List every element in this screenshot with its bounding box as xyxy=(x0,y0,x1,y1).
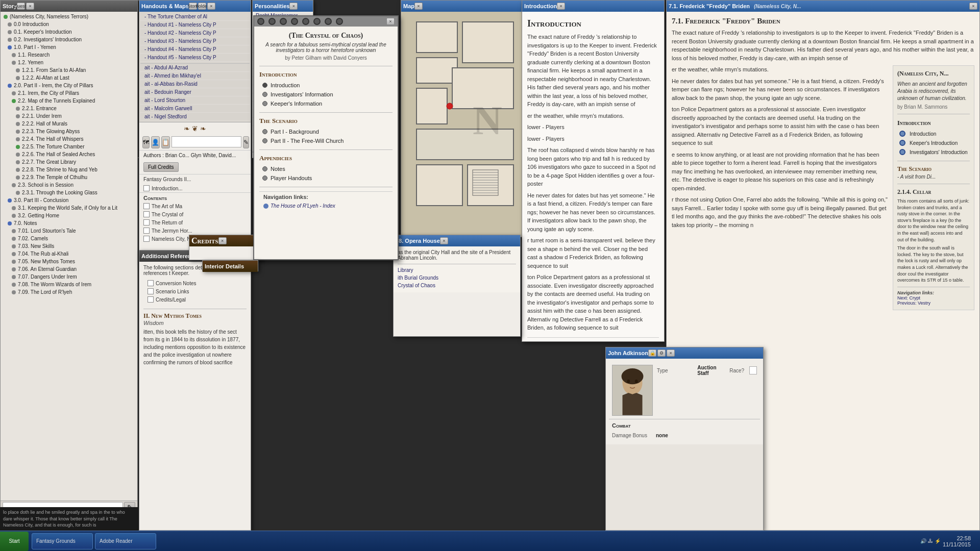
story-item[interactable]: 7.01. Lord Stourton's Tale xyxy=(1,227,137,235)
handout-search-input[interactable] xyxy=(172,136,241,147)
nav-next-right[interactable]: Next: Crypt xyxy=(897,295,970,300)
story-item[interactable]: 7.05. New Mythos Tomes xyxy=(1,258,137,265)
location-burial[interactable]: ith Burial Grounds xyxy=(398,274,516,282)
start-button[interactable]: Start xyxy=(0,532,29,551)
investors-nav-item[interactable]: Investigators' Information xyxy=(259,90,393,99)
credits-close[interactable]: × xyxy=(218,237,227,244)
intro-checkbox[interactable] xyxy=(143,185,150,191)
story-item[interactable]: 3.1. Keeping the World Safe, if Only for… xyxy=(1,204,137,212)
handouts-nav-item[interactable]: Player Handouts xyxy=(259,173,393,183)
credits-btn[interactable]: Full Credits xyxy=(143,162,179,172)
story-item[interactable]: 1.2.1. From San'a to Al-Afan xyxy=(1,66,137,74)
npc-item[interactable]: ait - Malcolm Garwell xyxy=(140,105,250,113)
npc-item[interactable]: ait - Ahmed ibn Mikhay'el xyxy=(140,72,250,80)
story-item[interactable]: 2.2.1. Entrance xyxy=(1,105,137,112)
ref-checkbox[interactable] xyxy=(148,280,154,286)
investigators-intro-link[interactable]: Investigators' Introduction xyxy=(897,147,970,157)
story-item[interactable]: 2.2.9. The Temple of Cthulhu xyxy=(1,173,137,181)
main-content-titlebar[interactable]: Introduction × xyxy=(522,1,664,12)
npc-item[interactable]: ait - Lord Stourton xyxy=(140,96,250,105)
icon-note[interactable]: 📋 xyxy=(161,136,170,148)
story-item[interactable]: 2.2.4. The Hall of Whispers xyxy=(1,135,137,143)
npc-item[interactable]: ait - Abdul Al-Azrad xyxy=(140,64,250,72)
npc-item[interactable]: ait - Bedouin Ranger xyxy=(140,88,250,96)
story-item[interactable]: 2.2.3. The Glowing Abyss xyxy=(1,128,137,135)
npc-item[interactable]: ait - Nigel Stedford xyxy=(140,113,250,121)
story-item[interactable]: 2.1. Irem, the City of Pillars xyxy=(1,89,137,97)
story-item[interactable]: 7.03. New Skills xyxy=(1,242,137,250)
right-main-titlebar[interactable]: 7.1. Frederick "Freddy" Briden (Nameless… xyxy=(667,1,979,12)
story-item[interactable]: 7.06. An Eternal Guardian xyxy=(1,265,137,273)
location-crystal[interactable]: Crystal of Chaos xyxy=(398,282,516,289)
handouts-close[interactable]: × xyxy=(207,3,215,10)
story-item[interactable]: 7.02. Camels xyxy=(1,235,137,242)
story-item[interactable]: 1.2.2. Al-Afan at Last xyxy=(1,74,137,82)
ref-checkbox3[interactable] xyxy=(148,296,154,303)
intro-nav-link[interactable]: Introduction xyxy=(897,129,970,138)
icon-edit[interactable]: ✎ xyxy=(243,136,249,148)
story-item[interactable]: 3.0. Part III - Conclusion xyxy=(1,196,137,204)
char-sheet-titlebar[interactable]: John Adkinson 🔒 ⚙ × xyxy=(606,347,763,359)
story-item[interactable]: 7.07. Dangers Under Irem xyxy=(1,273,137,281)
handout-item[interactable]: - Handout #2 - Nameless City P xyxy=(140,29,250,37)
handout-item[interactable]: - Handout #4 - Nameless City P xyxy=(140,45,250,54)
story-item[interactable]: 1.0. Part I - Yemen xyxy=(1,43,137,51)
story-item[interactable]: 2.2.6. The Hall of Sealed Arches xyxy=(1,151,137,158)
contents-checkbox4[interactable] xyxy=(143,228,150,234)
notes-nav-item[interactable]: Notes xyxy=(259,164,393,173)
contents-checkbox3[interactable] xyxy=(143,219,150,226)
taskbar-fgii-btn[interactable]: Fantasy Grounds xyxy=(32,533,93,549)
story-item[interactable]: (Nameless City, Nameless Terrors) xyxy=(1,13,137,20)
main-content-close[interactable]: × xyxy=(557,3,565,10)
story-item[interactable]: 2.2.5. The Torture Chamber xyxy=(1,143,137,151)
intro-nav-item[interactable]: Introduction xyxy=(259,81,393,90)
story-item[interactable]: 2.2.7. The Great Library xyxy=(1,158,137,166)
char-lock-btn[interactable]: 🔒 xyxy=(648,349,656,357)
interior-details-titlebar[interactable]: Interior Details xyxy=(203,261,258,272)
story-item[interactable]: 3.2. Getting Home xyxy=(1,212,137,219)
story-close-btn[interactable]: × xyxy=(26,3,34,10)
nav-link[interactable]: The House of R'Lyeh - Index xyxy=(263,202,388,211)
taskbar-pdf-btn[interactable]: Adobe Reader xyxy=(95,533,156,549)
story-item[interactable]: 0.2. Investigators' Introduction xyxy=(1,36,137,43)
story-item[interactable]: 7.0. Notes xyxy=(1,219,137,227)
keeper-nav-item[interactable]: Keeper's Information xyxy=(259,99,393,108)
handout-item[interactable]: - Handout #5 - Nameless City P xyxy=(140,54,250,62)
part2-nav-item[interactable]: Part II - The Free-Will Church xyxy=(259,136,393,145)
icon-person[interactable]: 👤 xyxy=(151,136,160,148)
char-close-btn[interactable]: × xyxy=(667,349,675,357)
contents-checkbox5[interactable] xyxy=(143,236,150,242)
story-item[interactable]: 2.3. School is in Session xyxy=(1,181,137,189)
ref-checkbox2[interactable] xyxy=(148,288,154,294)
folder-btn[interactable]: Folder xyxy=(198,3,206,10)
handout-item[interactable]: - Handout #1 - Nameless City P xyxy=(140,21,250,29)
credits-titlebar[interactable]: Credits × xyxy=(189,235,262,246)
story-titlebar[interactable]: Story Quests × xyxy=(1,1,137,12)
story-item[interactable]: 0.0 Introduction xyxy=(1,20,137,28)
keeper-intro-link[interactable]: Keeper's Introduction xyxy=(897,138,970,147)
handout-item[interactable]: - The Torture Chamber of Al xyxy=(140,13,250,21)
story-item[interactable]: 7.04. The Rub al-Khali xyxy=(1,250,137,258)
handout-item[interactable]: - Handout #3 - Nameless City P xyxy=(140,37,250,45)
part1-nav-item[interactable]: Part I - Background xyxy=(259,127,393,136)
story-item[interactable]: 7.09. The Lord of R'lyeh xyxy=(1,288,137,296)
npc-item[interactable]: ait - al-Abbas ibn-Rasid xyxy=(140,80,250,88)
map-titlebar[interactable]: Map × xyxy=(401,1,525,12)
story-item[interactable]: 2.0. Part II - Irem, the City of Pillars xyxy=(1,82,137,89)
personalities-titlebar[interactable]: Personalities × xyxy=(253,1,313,12)
opera-titlebar[interactable]: 08. Opera House × xyxy=(394,235,520,246)
story-item[interactable]: 1.1. Research xyxy=(1,51,137,59)
story-item[interactable]: 2.2.8. The Shrine to Nug and Yeb xyxy=(1,166,137,173)
char-gear-btn[interactable]: ⚙ xyxy=(657,349,666,357)
story-item[interactable]: 2.2.2. Hall of Murals xyxy=(1,120,137,128)
race-checkbox[interactable] xyxy=(749,366,757,374)
handouts-titlebar[interactable]: Handouts & Maps Store Folder × xyxy=(139,1,251,12)
story-quests-btn[interactable]: Quests xyxy=(17,3,25,10)
story-item[interactable]: 2.2. Map of the Tunnels Explained xyxy=(1,97,137,105)
story-item[interactable]: 1.2. Yemen xyxy=(1,59,137,66)
story-item[interactable]: 2.2.1. Under Irem xyxy=(1,112,137,120)
opera-close[interactable]: × xyxy=(440,237,448,244)
personalities-close[interactable]: × xyxy=(289,3,298,10)
map-close[interactable]: × xyxy=(414,3,423,10)
story-item[interactable]: 7.08. The Worm Wizards of Irem xyxy=(1,281,137,288)
